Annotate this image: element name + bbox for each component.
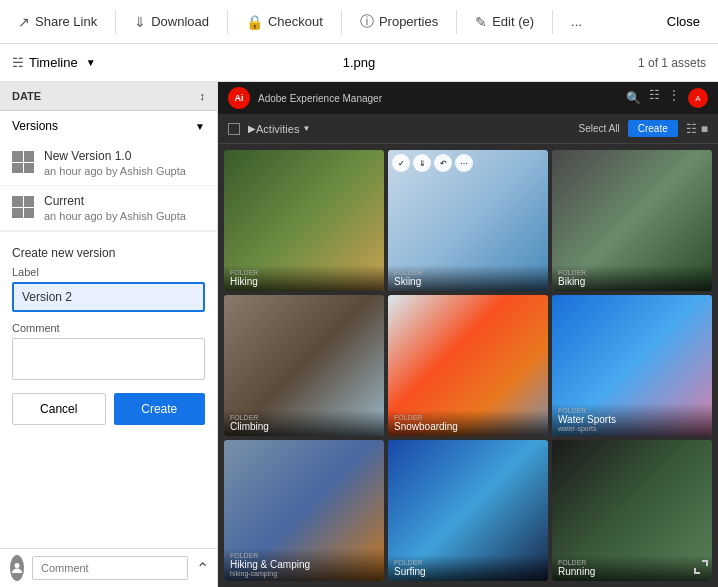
more-button[interactable]: ...: [561, 8, 592, 35]
aem-activities-label[interactable]: Activities ▼: [256, 123, 310, 135]
properties-button[interactable]: ⓘ Properties: [350, 7, 448, 37]
aem-view-buttons: ☷ ■: [686, 122, 708, 136]
aem-folder-grid: FOLDER Hiking ✓ ⇓ ↶ ⋯ FOLDER Skiing: [218, 144, 718, 587]
folder-running-overlay: FOLDER Running: [552, 555, 712, 581]
share-icon: ↗: [18, 14, 30, 30]
timeline-chevron-icon: ▼: [86, 57, 96, 68]
comment-expand-icon[interactable]: ⌃: [196, 559, 209, 578]
folder-hiking-camping[interactable]: FOLDER Hiking & Camping hiking-camping: [224, 440, 384, 581]
aem-search-icon[interactable]: 🔍: [626, 91, 641, 105]
toolbar-sep-3: [341, 10, 342, 34]
info-icon: ⓘ: [360, 13, 374, 31]
left-panel: DATE ↕ Versions ▼ New Version 1.0 an hou…: [0, 82, 218, 587]
cancel-button[interactable]: Cancel: [12, 393, 106, 425]
label-field-label: Label: [12, 266, 205, 278]
skiing-action-overlay: ✓ ⇓ ↶ ⋯: [392, 154, 473, 172]
skiing-share-icon[interactable]: ↶: [434, 154, 452, 172]
versions-section: Versions ▼ New Version 1.0 an hour ago b…: [0, 111, 217, 232]
folder-skiing-overlay: FOLDER Skiing: [388, 265, 548, 291]
toolbar-sep-1: [115, 10, 116, 34]
create-version-panel: Create new version Label Comment Cancel …: [0, 232, 217, 445]
aem-select-checkbox[interactable]: [228, 123, 240, 135]
create-button[interactable]: Create: [114, 393, 206, 425]
versions-header[interactable]: Versions ▼: [0, 111, 217, 141]
aem-header: Ai Adobe Experience Manager 🔍 ☷ ⋮ A: [218, 82, 718, 114]
folder-climbing-overlay: FOLDER Climbing: [224, 410, 384, 436]
expand-icon[interactable]: [692, 558, 710, 579]
checkout-button[interactable]: 🔒 Checkout: [236, 8, 333, 36]
folder-hiking[interactable]: FOLDER Hiking: [224, 150, 384, 291]
aem-select-all-btn[interactable]: Select All: [579, 123, 620, 134]
skiing-check-icon[interactable]: ✓: [392, 154, 410, 172]
folder-skiing[interactable]: ✓ ⇓ ↶ ⋯ FOLDER Skiing: [388, 150, 548, 291]
timeline-grid-icon: ☵: [12, 55, 24, 70]
folder-watersports-overlay: FOLDER Water Sports water-sports: [552, 403, 712, 436]
aem-create-button[interactable]: Create: [628, 120, 678, 137]
folder-biking[interactable]: FOLDER Biking: [552, 150, 712, 291]
aem-brand-label: Adobe Experience Manager: [258, 93, 382, 104]
aem-preview: Ai Adobe Experience Manager 🔍 ☷ ⋮ A ▶ Ac…: [218, 82, 718, 587]
share-link-button[interactable]: ↗ Share Link: [8, 8, 107, 36]
date-header: DATE ↕: [0, 82, 217, 111]
aem-nav-icon: ▶: [248, 123, 256, 134]
folder-running[interactable]: FOLDER Running: [552, 440, 712, 581]
skiing-download-icon[interactable]: ⇓: [413, 154, 431, 172]
toolbar-sep-2: [227, 10, 228, 34]
aem-activities-chevron: ▼: [302, 124, 310, 133]
comment-field-label: Comment: [12, 322, 205, 334]
svg-point-0: [15, 563, 20, 568]
download-button[interactable]: ⇓ Download: [124, 8, 219, 36]
folder-snowboarding[interactable]: FOLDER Snowboarding: [388, 295, 548, 436]
folder-climbing[interactable]: FOLDER Climbing: [224, 295, 384, 436]
version-comment-textarea[interactable]: [12, 338, 205, 380]
skiing-more-icon[interactable]: ⋯: [455, 154, 473, 172]
version-item-new[interactable]: New Version 1.0 an hour ago by Ashish Gu…: [0, 141, 217, 186]
folder-surfing-overlay: FOLDER Surfing: [388, 555, 548, 581]
lock-icon: 🔒: [246, 14, 263, 30]
aem-header-icons: ☷ ⋮ A: [649, 88, 708, 108]
folder-watersports[interactable]: FOLDER Water Sports water-sports: [552, 295, 712, 436]
timeline-bar: ☵ Timeline ▼ 1.png 1 of 1 assets: [0, 44, 718, 82]
aem-logo: Ai: [228, 87, 250, 109]
folder-hiking-overlay: FOLDER Hiking: [224, 265, 384, 291]
create-buttons: Cancel Create: [12, 393, 205, 425]
version-label-input[interactable]: [12, 282, 205, 312]
download-icon: ⇓: [134, 14, 146, 30]
comment-input[interactable]: [32, 556, 188, 580]
toolbar-sep-5: [552, 10, 553, 34]
comment-bar: ⌃: [0, 548, 217, 587]
folder-biking-overlay: FOLDER Biking: [552, 265, 712, 291]
aem-grid-icon[interactable]: ☷: [649, 88, 660, 108]
aem-apps-icon[interactable]: ⋮: [668, 88, 680, 108]
version-info-new: New Version 1.0 an hour ago by Ashish Gu…: [44, 149, 205, 177]
sort-icon[interactable]: ↕: [200, 90, 206, 102]
versions-chevron-icon: ▼: [195, 121, 205, 132]
user-avatar: [10, 555, 24, 581]
version-info-current: Current an hour ago by Ashish Gupta: [44, 194, 205, 222]
main-layout: DATE ↕ Versions ▼ New Version 1.0 an hou…: [0, 82, 718, 587]
close-button[interactable]: Close: [657, 8, 710, 35]
edit-icon: ✎: [475, 14, 487, 30]
create-version-title: Create new version: [12, 246, 205, 260]
aem-grid-view-icon[interactable]: ■: [701, 122, 708, 136]
version-grid-icon-current: [12, 196, 34, 218]
timeline-toggle[interactable]: ☵ Timeline ▼: [12, 55, 96, 70]
folder-hiking-camping-overlay: FOLDER Hiking & Camping hiking-camping: [224, 548, 384, 581]
toolbar-sep-4: [456, 10, 457, 34]
aem-container: Ai Adobe Experience Manager 🔍 ☷ ⋮ A ▶ Ac…: [218, 82, 718, 587]
edit-button[interactable]: ✎ Edit (e): [465, 8, 544, 36]
version-grid-icon: [12, 151, 34, 173]
main-toolbar: ↗ Share Link ⇓ Download 🔒 Checkout ⓘ Pro…: [0, 0, 718, 44]
aem-list-view-icon[interactable]: ☷: [686, 122, 697, 136]
aem-user-avatar: A: [688, 88, 708, 108]
folder-snowboarding-overlay: FOLDER Snowboarding: [388, 410, 548, 436]
assets-count-label: 1 of 1 assets: [638, 56, 706, 70]
folder-surfing[interactable]: FOLDER Surfing: [388, 440, 548, 581]
version-item-current[interactable]: Current an hour ago by Ashish Gupta: [0, 186, 217, 231]
aem-subheader: ▶ Activities ▼ Select All Create ☷ ■: [218, 114, 718, 144]
filename-label: 1.png: [343, 55, 376, 70]
